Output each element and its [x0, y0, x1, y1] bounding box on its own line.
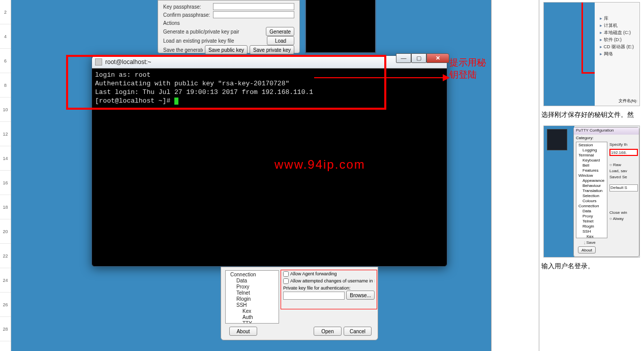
save-label: Save the generated key: [163, 47, 203, 53]
thumbnail-caption-1: 选择刚才保存好的秘钥文件。然: [539, 106, 644, 123]
tree-item-kex[interactable]: Kex: [227, 308, 277, 314]
confirm-passphrase-label: Confirm passphrase:: [163, 12, 213, 18]
tree-item-proxy[interactable]: Proxy: [227, 284, 277, 290]
ruler-left: 2468 10121416 18202224 262830: [0, 0, 11, 351]
specify-label: Specify th: [609, 142, 638, 148]
about-button[interactable]: About: [229, 327, 257, 336]
annotation-arrow-head: [443, 74, 450, 81]
annotation-text: 提示用秘钥登陆: [449, 56, 491, 81]
allow-agent-forwarding-label: Allow Agent forwarding: [290, 271, 337, 276]
puttygen-window: Key passphrase: Confirm passphrase: Acti…: [158, 0, 300, 53]
tree-item-rlogin[interactable]: Rlogin: [227, 296, 277, 302]
default-settings: Default S: [609, 184, 638, 192]
side-thumbnail-panel: 库 计算机 本地磁盘 (C:) 软件 (D:) CD 驱动器 (E:) 网络 文…: [539, 0, 644, 351]
confirm-passphrase-input[interactable]: [213, 11, 294, 18]
actions-section-label: Actions: [163, 20, 180, 26]
about-button-thumb: About: [578, 246, 596, 253]
folder-item: 库: [600, 15, 634, 22]
thumbnail-caption-2: 输入用户名登录。: [539, 258, 644, 275]
putty-icon: [95, 58, 102, 66]
raw-radio-label: ○ Raw: [609, 162, 638, 168]
private-key-file-input[interactable]: [283, 292, 345, 300]
folder-item: 计算机: [600, 22, 634, 29]
tree-item-telnet[interactable]: Telnet: [227, 290, 277, 296]
folder-item: 本地磁盘 (C:): [600, 29, 634, 36]
folder-item: 软件 (D:): [600, 36, 634, 43]
thumbnail-terminal-preview: [547, 129, 567, 150]
allow-agent-forwarding-checkbox[interactable]: [283, 271, 289, 277]
terminal-output[interactable]: login as: root Authenticating with publi…: [92, 69, 447, 107]
tree-item-connection[interactable]: Connection: [227, 272, 277, 278]
folder-item: 网络: [600, 50, 634, 57]
tree-item-ssh[interactable]: SSH: [227, 302, 277, 308]
open-button[interactable]: Open: [314, 327, 342, 336]
host-name-input: 192.168.: [609, 149, 638, 156]
save-public-key-button[interactable]: Save public key: [205, 45, 248, 54]
key-passphrase-input[interactable]: [213, 3, 294, 10]
allow-username-change-checkbox[interactable]: [283, 278, 289, 284]
maximize-button[interactable]: ▢: [411, 53, 426, 63]
generate-label: Generate a public/private key pair: [163, 29, 264, 35]
browse-button[interactable]: Browse...: [346, 291, 375, 300]
thumbnail-file-dialog[interactable]: 库 计算机 本地磁盘 (C:) 软件 (D:) CD 驱动器 (E:) 网络 文…: [543, 2, 640, 106]
load-save-label: Load, sav: [609, 168, 638, 174]
minimize-button[interactable]: —: [396, 53, 411, 63]
always-radio-label: ○ Alway: [609, 216, 638, 222]
terminal-cursor: [174, 98, 178, 105]
private-key-file-label: Private key file for authentication:: [283, 285, 375, 291]
tree-item-data[interactable]: Data: [227, 278, 277, 284]
putty-config-title: PuTTY Configuration: [574, 127, 639, 135]
save-text: ; Save: [584, 240, 596, 245]
main-page: Key passphrase: Confirm passphrase: Acti…: [11, 0, 492, 351]
putty-config-fragment: Connection Data Proxy Telnet Rlogin SSH …: [221, 267, 378, 340]
cancel-button[interactable]: Cancel: [344, 327, 372, 336]
close-window-label: Close win: [609, 210, 638, 216]
allow-username-change-label: Allow attempted changes of username in S…: [290, 278, 375, 283]
load-label: Load an existing private key file: [163, 38, 265, 44]
terminal-title: root@localhost:~: [105, 58, 445, 66]
putty-category-tree: Session Logging Terminal Keyboard Bell F…: [576, 142, 607, 238]
filename-label: 文件名(N):: [619, 98, 637, 104]
generate-button[interactable]: Generate: [266, 27, 294, 36]
tree-item-tty[interactable]: TTY: [227, 321, 277, 324]
watermark-text: www.94ip.com: [274, 157, 365, 172]
ssh-terminal-window: root@localhost:~ — ▢ ✕ login as: root Au…: [91, 55, 447, 267]
key-passphrase-label: Key passphrase:: [163, 4, 213, 10]
category-label: Category:: [576, 136, 594, 140]
save-private-key-button[interactable]: Save private key: [250, 45, 294, 54]
thumbnail-putty-config[interactable]: PuTTY Configuration Category: Session Lo…: [543, 125, 640, 258]
folder-item: CD 驱动器 (E:): [600, 43, 634, 50]
saved-sessions-label: Saved Se: [609, 174, 638, 180]
background-terminal-fragment: [305, 0, 376, 53]
tree-item-auth[interactable]: Auth: [227, 314, 277, 321]
load-button[interactable]: Load: [267, 36, 294, 45]
category-tree[interactable]: Connection Data Proxy Telnet Rlogin SSH …: [225, 270, 279, 324]
close-button[interactable]: ✕: [426, 53, 449, 63]
